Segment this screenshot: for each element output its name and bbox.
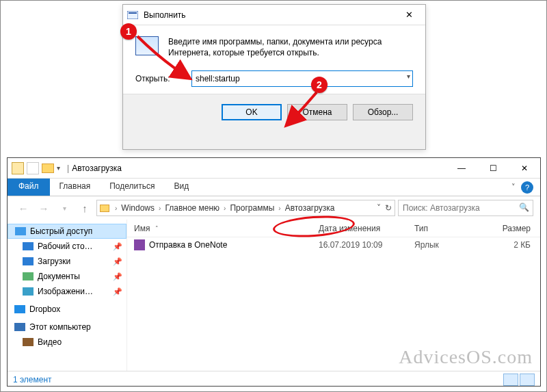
ribbon-collapse-icon[interactable]: ˅ (511, 183, 516, 192)
nav-back-button[interactable]: ← (14, 199, 32, 217)
sidebar-item-label: Этот компьютер (29, 322, 91, 332)
breadcrumb-seg-0[interactable]: Windows (121, 203, 155, 213)
breadcrumb-seg-2[interactable]: Программы (230, 203, 274, 213)
ribbon-tabs: Файл Главная Поделиться Вид ˅ ? (8, 179, 540, 196)
explorer-title: Автозагрузка (72, 164, 122, 173)
tab-home[interactable]: Главная (50, 179, 101, 196)
pictures-icon (23, 287, 34, 296)
pin-icon: 📌 (113, 287, 122, 296)
minimize-button[interactable]: — (446, 158, 477, 178)
breadcrumb-sep-icon[interactable]: › (278, 205, 280, 212)
address-bar[interactable]: › Windows › Главное меню › Программы › А… (96, 200, 395, 216)
quick-access-toolbar: ▾ (12, 162, 60, 174)
sidebar-item-quick-access[interactable]: Быстрый доступ (8, 224, 126, 239)
maximize-button[interactable]: ☐ (477, 158, 509, 178)
view-large-button[interactable] (520, 374, 535, 386)
addr-chevron-down-icon[interactable]: ˅ (377, 203, 381, 213)
sidebar-item-dropbox[interactable]: Dropbox (8, 302, 126, 317)
breadcrumb-seg-3[interactable]: Автозагрузка (285, 203, 335, 213)
refresh-icon[interactable]: ↻ (385, 203, 392, 213)
ok-button[interactable]: OK (222, 104, 282, 120)
watermark: AdvicesOS.com (399, 346, 533, 368)
qat-item-icon[interactable] (27, 162, 39, 174)
sidebar-item-pictures[interactable]: Изображени…📌 (8, 284, 126, 299)
folder-small-icon (12, 162, 24, 174)
help-icon[interactable]: ? (521, 181, 533, 194)
breadcrumb-sep-icon[interactable]: › (115, 205, 117, 212)
addr-folder-icon (100, 205, 109, 212)
title-separator: | (67, 164, 69, 173)
sidebar-item-label: Dropbox (29, 304, 60, 314)
tab-view[interactable]: Вид (164, 179, 198, 196)
search-input[interactable] (398, 200, 533, 216)
nav-up-button[interactable]: ↑ (76, 199, 94, 217)
pin-icon: 📌 (113, 242, 122, 251)
annotation-badge-2: 2 (311, 77, 328, 93)
address-row: ← → ▾ ↑ › Windows › Главное меню › Прогр… (8, 196, 540, 220)
qat-chevron-icon[interactable]: ▾ (57, 164, 60, 172)
sidebar-item-this-pc[interactable]: Этот компьютер (8, 319, 126, 335)
list-item[interactable]: Отправка в OneNote 16.07.2019 10:09 Ярлы… (127, 237, 540, 252)
col-size[interactable]: Размер (490, 224, 537, 233)
view-details-button[interactable] (503, 374, 518, 386)
sidebar-item-videos[interactable]: Видео (8, 335, 126, 350)
status-text: 1 элемент (13, 375, 52, 384)
arrow-1 (133, 32, 202, 87)
sidebar-item-downloads[interactable]: Загрузки📌 (8, 254, 126, 269)
desktop-icon (23, 242, 34, 250)
breadcrumb-sep-icon[interactable]: › (224, 205, 226, 212)
pin-icon: 📌 (113, 272, 122, 281)
run-icon (127, 11, 138, 19)
sidebar-item-label: Быстрый доступ (30, 226, 92, 236)
pin-icon: 📌 (113, 257, 122, 266)
sidebar-item-label: Видео (38, 337, 62, 347)
run-titlebar[interactable]: Выполнить ✕ (123, 5, 425, 25)
documents-icon (23, 272, 34, 280)
explorer-titlebar[interactable]: ▾ | Автозагрузка — ☐ ✕ (8, 158, 540, 179)
sidebar-item-label: Изображени… (38, 287, 93, 296)
open-input[interactable] (191, 70, 413, 87)
breadcrumb-sep-icon[interactable]: › (159, 205, 161, 212)
dropbox-icon (14, 305, 25, 313)
col-type[interactable]: Тип (414, 224, 490, 233)
sidebar-item-desktop[interactable]: Рабочий сто…📌 (8, 239, 126, 254)
file-date: 16.07.2019 10:09 (319, 240, 414, 250)
run-title: Выполнить (144, 10, 397, 20)
sidebar-item-documents[interactable]: Документы📌 (8, 269, 126, 284)
folder-icon (42, 164, 54, 173)
sort-asc-icon: ˄ (155, 225, 159, 232)
tab-file[interactable]: Файл (8, 179, 50, 196)
sidebar-item-label: Загрузки (38, 257, 70, 266)
nav-forward-button[interactable]: → (35, 199, 53, 217)
run-description: Введите имя программы, папки, документа … (168, 36, 413, 58)
file-name: Отправка в OneNote (149, 240, 227, 250)
downloads-icon (23, 257, 34, 265)
svg-rect-0 (127, 11, 138, 19)
chevron-down-icon[interactable]: ▾ (407, 73, 410, 80)
close-button[interactable]: ✕ (509, 158, 540, 178)
run-footer: OK Отмена Обзор... (123, 94, 425, 130)
file-size: 2 КБ (490, 240, 537, 250)
sidebar-item-label: Рабочий сто… (38, 241, 93, 251)
onenote-icon (134, 239, 145, 250)
search-icon[interactable]: 🔍 (519, 202, 529, 212)
svg-rect-1 (129, 12, 137, 14)
arrow-2 (284, 90, 325, 131)
annotation-badge-1: 1 (120, 23, 137, 40)
close-icon[interactable]: ✕ (397, 10, 421, 20)
tab-share[interactable]: Поделиться (100, 179, 164, 196)
pc-icon (14, 323, 25, 331)
videos-icon (23, 338, 34, 346)
status-bar: 1 элемент (8, 371, 540, 387)
file-type: Ярлык (414, 240, 490, 250)
browse-button[interactable]: Обзор... (353, 104, 413, 120)
nav-history-chevron-icon[interactable]: ▾ (55, 199, 73, 217)
star-icon (15, 227, 26, 235)
breadcrumb-seg-1[interactable]: Главное меню (165, 203, 219, 213)
sidebar: Быстрый доступ Рабочий сто…📌 Загрузки📌 Д… (8, 220, 127, 371)
sidebar-item-label: Документы (38, 272, 80, 281)
